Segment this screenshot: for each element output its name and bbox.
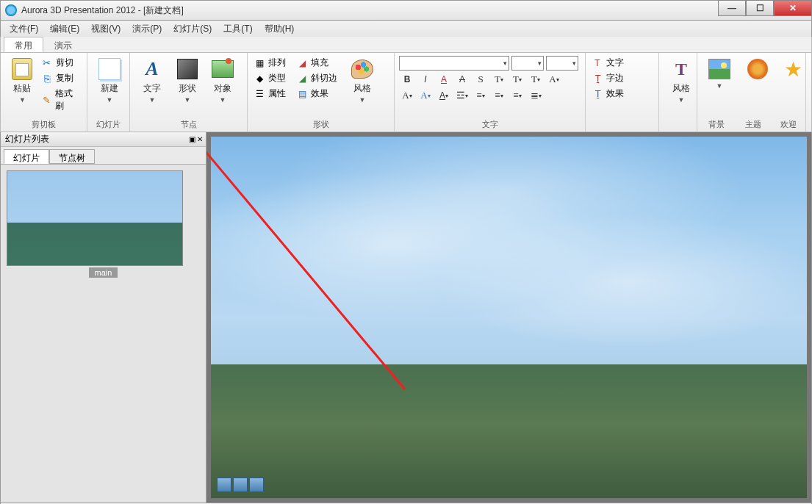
format-painter-button[interactable]: 格式刷 <box>40 87 82 113</box>
align-c-button[interactable]: A▾ <box>436 88 452 103</box>
strike-button[interactable]: A <box>454 72 470 87</box>
chevron-down-icon: ▼ <box>220 96 226 104</box>
theme-button[interactable] <box>740 56 775 82</box>
window-title: Aurora 3D Presentation 2012 - [新建文档] <box>21 4 184 17</box>
nav-cube-1[interactable] <box>217 478 231 492</box>
style-button[interactable]: 风格 ▼ <box>345 56 380 105</box>
sky-clouds <box>211 137 807 498</box>
font-family-combo[interactable]: ▾ <box>399 56 509 71</box>
panel-tabs: 幻灯片 节点树 <box>1 147 206 165</box>
tab-common[interactable]: 常用 <box>4 37 43 52</box>
format-a8-button[interactable]: T▾ <box>528 72 544 87</box>
spacing-button[interactable]: ≡▾ <box>473 88 489 103</box>
fill-icon: ◢ <box>296 57 308 69</box>
app-icon <box>5 4 17 16</box>
text-style-button[interactable]: T 风格 ▼ <box>664 56 699 105</box>
panel-float-icon[interactable]: ▣ <box>189 135 195 143</box>
bg-button[interactable]: ▼ <box>702 56 737 91</box>
text-button[interactable]: A 文字 ▼ <box>134 56 170 105</box>
menu-demo[interactable]: 演示(P) <box>128 21 166 37</box>
list-button[interactable]: ☲▾ <box>454 88 470 103</box>
text-word-icon: T <box>592 57 603 69</box>
align-right-button[interactable]: ≣▾ <box>528 88 544 103</box>
italic-button[interactable]: I <box>417 72 434 87</box>
align-b-button[interactable]: A▾ <box>417 88 434 103</box>
cut-button[interactable]: 剪切 <box>40 56 82 70</box>
effect-button[interactable]: ▤效果 <box>295 87 339 101</box>
text-icon: A <box>145 58 158 80</box>
minimize-button[interactable]: — <box>718 0 746 16</box>
menu-view[interactable]: 视图(V) <box>87 21 125 37</box>
align-a-button[interactable]: A▾ <box>399 88 415 103</box>
fill-button[interactable]: ◢填充 <box>295 56 339 70</box>
chevron-down-icon: ▼ <box>716 82 723 90</box>
window-titlebar: Aurora 3D Presentation 2012 - [新建文档] — ☐… <box>0 0 812 21</box>
slide-thumbnail-label: main <box>7 267 200 278</box>
chevron-down-icon: ▼ <box>359 96 366 104</box>
format-a9-button[interactable]: A▾ <box>546 72 562 87</box>
format-a5-button[interactable]: S <box>473 72 489 87</box>
font-color-button[interactable]: A <box>436 72 452 87</box>
text-effect-button[interactable]: Ṯ效果 <box>590 87 654 101</box>
format-a7-button[interactable]: T▾ <box>509 72 525 87</box>
tab-node-tree[interactable]: 节点树 <box>49 149 95 164</box>
arrange-icon: ▦ <box>254 57 265 69</box>
format-a6-button[interactable]: T▾ <box>491 72 507 87</box>
nav-cubes <box>217 478 264 492</box>
menu-slide[interactable]: 幻灯片(S) <box>169 21 216 37</box>
slide-thumbnail[interactable] <box>7 170 183 266</box>
nav-cube-3[interactable] <box>249 478 264 492</box>
copy-button[interactable]: 复制 <box>40 71 82 85</box>
bevel-icon: ◢ <box>296 73 308 84</box>
maximize-button[interactable]: ☐ <box>746 0 774 16</box>
paste-icon <box>12 58 32 80</box>
menu-help[interactable]: 帮助(H) <box>260 21 299 37</box>
window-controls: — ☐ ✕ <box>718 0 812 16</box>
menu-tools[interactable]: 工具(T) <box>219 21 256 37</box>
font-size-combo[interactable]: ▾ <box>511 56 544 71</box>
tab-slides[interactable]: 幻灯片 <box>4 149 49 164</box>
ribbon-toolbar: 粘贴 ▼ 剪切 复制 格式刷 剪切板 新建 ▼ 幻灯片 A 文字 ▼ <box>0 53 812 132</box>
chevron-down-icon: ▼ <box>19 96 26 104</box>
scene-3d <box>211 137 807 498</box>
group-clipboard: 粘贴 ▼ 剪切 复制 格式刷 剪切板 <box>1 53 87 132</box>
text-border-button[interactable]: Ṯ字边 <box>590 71 654 85</box>
text-effect-icon: Ṯ <box>592 88 603 100</box>
group-theme: 主题 <box>736 53 771 132</box>
arrange-button[interactable]: ▦排列 <box>252 56 287 70</box>
font-style-combo[interactable]: ▾ <box>546 56 578 71</box>
menu-file[interactable]: 文件(F) <box>5 21 43 37</box>
copy-icon <box>41 73 53 84</box>
close-button[interactable]: ✕ <box>774 0 812 16</box>
workspace: 幻灯片列表 ▣✕ 幻灯片 节点树 main <box>0 132 812 503</box>
property-button[interactable]: ☰属性 <box>252 87 287 101</box>
property-icon: ☰ <box>254 88 265 100</box>
align-left-button[interactable]: ≡▾ <box>491 88 507 103</box>
palette-icon <box>351 60 373 79</box>
shape-icon <box>177 59 198 79</box>
text-word-button[interactable]: T文字 <box>590 56 654 70</box>
type-button[interactable]: ◆类型 <box>252 71 287 85</box>
ribbon-tabs: 常用 演示 <box>0 37 812 53</box>
object-button[interactable]: 对象 ▼ <box>205 56 240 105</box>
new-slide-button[interactable]: 新建 ▼ <box>92 56 127 105</box>
welcome-button[interactable]: ★ <box>775 56 811 82</box>
nav-cube-2[interactable] <box>233 478 248 492</box>
bevel-button[interactable]: ◢斜切边 <box>295 71 339 85</box>
group-text-style: T文字 Ṯ字边 Ṯ效果 <box>586 53 659 132</box>
shape-button[interactable]: 形状 ▼ <box>170 56 205 105</box>
canvas-viewport[interactable] <box>206 132 811 503</box>
align-center-button[interactable]: ≡▾ <box>509 88 525 103</box>
panel-close-icon[interactable]: ✕ <box>197 135 203 143</box>
text-border-icon: Ṯ <box>592 73 603 84</box>
theme-icon <box>747 59 768 79</box>
effect-icon: ▤ <box>296 88 308 100</box>
tab-demo[interactable]: 演示 <box>43 37 83 52</box>
scissor-icon <box>41 57 53 69</box>
chevron-down-icon: ▼ <box>149 96 156 104</box>
bold-button[interactable]: B <box>399 72 415 87</box>
paste-button[interactable]: 粘贴 ▼ <box>5 56 40 105</box>
group-node: A 文字 ▼ 形状 ▼ 对象 ▼ 节点 <box>130 53 248 132</box>
slide-list: main <box>1 165 206 503</box>
menu-edit[interactable]: 编辑(E) <box>46 21 84 37</box>
